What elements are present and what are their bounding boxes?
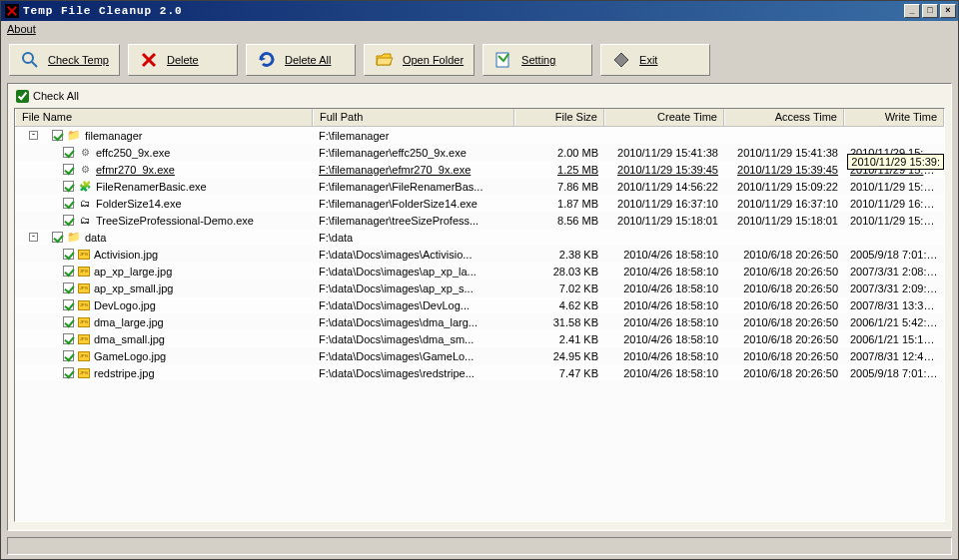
file-ctime: 2010/4/26 18:58:10 [604,249,724,261]
file-size: 1.87 MB [514,198,604,210]
menu-about[interactable]: About [7,23,36,35]
file-size: 1.25 MB [514,164,604,176]
file-ctime: 2010/4/26 18:58:10 [604,282,724,294]
search-icon [20,50,40,70]
titlebar[interactable]: Temp File Cleanup 2.0 _ □ × [1,1,958,21]
delete-icon [139,50,159,70]
file-row[interactable]: FolderSize14.exeF:\filemanager\FolderSiz… [15,195,944,212]
file-row[interactable]: dma_small.jpgF:\data\Docs\images\dma_sm.… [15,330,944,347]
file-row[interactable]: DevLogo.jpgF:\data\Docs\images\DevLog...… [15,296,944,313]
file-path: F:\data\Docs\images\DevLog... [313,299,514,311]
file-wtime: 2005/9/18 7:01:50 [844,249,944,261]
folder-icon [67,129,81,143]
row-checkbox[interactable] [63,181,74,192]
check-temp-button[interactable]: Check Temp [9,44,120,76]
file-type-icon [78,283,90,293]
delete-button[interactable]: Delete [128,44,238,76]
file-row[interactable]: ap_xp_large.jpgF:\data\Docs\images\ap_xp… [15,263,944,280]
file-row[interactable]: GameLogo.jpgF:\data\Docs\images\GameLo..… [15,347,944,364]
row-checkbox[interactable] [52,232,63,243]
file-ctime: 2010/11/29 15:39:45 [604,164,724,176]
file-path: F:\data\Docs\images\dma_larg... [313,316,514,328]
folder-row[interactable]: -filemanagerF:\filemanager [15,127,944,144]
file-type-icon [78,267,90,277]
col-filesize[interactable]: File Size [514,109,604,126]
file-ctime: 2010/4/26 18:58:10 [604,333,724,345]
check-all-label: Check All [33,90,79,102]
row-checkbox[interactable] [63,316,74,327]
folder-row[interactable]: -dataF:\data [15,229,944,246]
row-checkbox[interactable] [63,282,74,293]
file-atime: 2010/11/29 15:41:38 [724,147,844,159]
folder-path: F:\filemanager [313,130,514,142]
row-checkbox[interactable] [63,215,74,226]
row-checkbox[interactable] [63,164,74,175]
file-type-icon [78,317,90,327]
setting-label: Setting [521,54,555,66]
file-size: 24.95 KB [514,350,604,362]
col-filename[interactable]: File Name [15,109,313,126]
file-ctime: 2010/11/29 15:41:38 [604,147,724,159]
row-checkbox[interactable] [63,333,74,344]
list-header: File Name Full Path File Size Create Tim… [15,109,944,127]
row-checkbox[interactable] [63,249,74,260]
file-size: 2.38 KB [514,249,604,261]
file-size: 7.02 KB [514,282,604,294]
file-list: File Name Full Path File Size Create Tim… [14,108,945,522]
file-ctime: 2010/4/26 18:58:10 [604,266,724,278]
row-checkbox[interactable] [63,266,74,277]
file-ctime: 2010/4/26 18:58:10 [604,299,724,311]
file-atime: 2010/11/29 16:37:10 [724,198,844,210]
file-row[interactable]: redstripe.jpgF:\data\Docs\images\redstri… [15,364,944,381]
tree-expander-icon[interactable]: - [29,233,38,242]
exit-icon [611,50,631,70]
row-checkbox[interactable] [63,367,74,378]
close-button[interactable]: × [940,4,956,18]
file-ctime: 2010/11/29 14:56:22 [604,181,724,193]
menubar: About [1,21,958,39]
file-type-icon [78,180,92,194]
file-row[interactable]: ap_xp_small.jpgF:\data\Docs\images\ap_xp… [15,280,944,296]
file-atime: 2010/6/18 20:26:50 [724,299,844,311]
row-checkbox[interactable] [63,198,74,209]
delete-all-button[interactable]: Delete All [246,44,356,76]
file-path: F:\data\Docs\images\ap_xp_s... [313,282,514,294]
file-row[interactable]: FileRenamerBasic.exeF:\filemanager\FileR… [15,178,944,195]
content-panel: Check All File Name Full Path File Size … [7,83,952,531]
file-type-icon [78,146,92,160]
row-checkbox[interactable] [63,299,74,310]
maximize-button[interactable]: □ [922,4,938,18]
file-row[interactable]: effc250_9x.exeF:\filemanager\effc250_9x.… [15,144,944,161]
svg-line-1 [32,62,37,67]
row-checkbox[interactable] [63,350,74,361]
minimize-button[interactable]: _ [904,4,920,18]
col-writetime[interactable]: Write Time [844,109,944,126]
exit-button[interactable]: Exit [600,44,710,76]
file-row[interactable]: efmr270_9x.exeF:\filemanager\efmr270_9x.… [15,161,944,178]
settings-icon [493,50,513,70]
row-checkbox[interactable] [63,147,74,158]
file-wtime: 2007/3/31 2:09:46 [844,282,944,294]
col-createtime[interactable]: Create Time [604,109,724,126]
col-accesstime[interactable]: Access Time [724,109,844,126]
folder-name: data [85,232,106,244]
file-row[interactable]: dma_large.jpgF:\data\Docs\images\dma_lar… [15,313,944,330]
file-atime: 2010/6/18 20:26:50 [724,367,844,379]
file-row[interactable]: TreeSizeProfessional-Demo.exeF:\filemana… [15,212,944,229]
check-all-checkbox[interactable] [16,90,29,103]
file-path: F:\data\Docs\images\GameLo... [313,350,514,362]
col-fullpath[interactable]: Full Path [313,109,514,126]
file-size: 2.00 MB [514,147,604,159]
open-folder-button[interactable]: Open Folder [364,44,475,76]
row-checkbox[interactable] [52,130,63,141]
file-path: F:\filemanager\efmr270_9x.exe [313,164,514,176]
folder-path: F:\data [313,232,514,244]
window-title: Temp File Cleanup 2.0 [23,5,183,17]
timestamp-tooltip: 2010/11/29 15:39: [847,154,944,170]
setting-button[interactable]: Setting [482,44,592,76]
file-row[interactable]: Activision.jpgF:\data\Docs\images\Activi… [15,246,944,263]
toolbar: Check Temp Delete Delete All Open Folder… [1,39,958,81]
file-atime: 2010/6/18 20:26:50 [724,316,844,328]
tree-expander-icon[interactable]: - [29,131,38,140]
app-window: Temp File Cleanup 2.0 _ □ × About Check … [0,0,959,560]
